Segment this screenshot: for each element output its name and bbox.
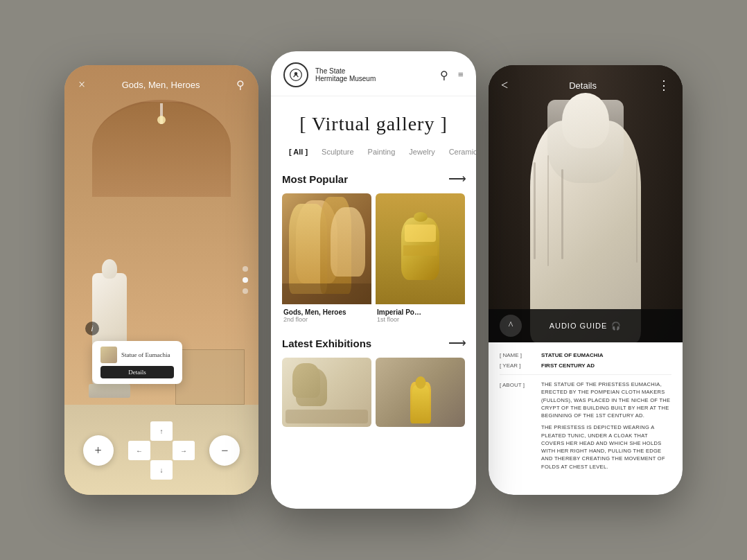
vase-img	[376, 193, 465, 304]
year-value: FIRST CENTURY AD	[541, 362, 595, 369]
audio-bar: ^ AUDIO GUIDE 🎧	[489, 309, 683, 342]
search-icon[interactable]: ⚲	[236, 78, 245, 91]
artwork-thumb-vase	[376, 193, 465, 304]
nav-dots	[243, 266, 248, 294]
name-value: STATUE OF EUMACHIA	[541, 352, 603, 358]
details-button[interactable]: Details	[100, 366, 174, 378]
details-panel: [ NAME ] STATUE OF EUMACHIA [ YEAR ] FIR…	[489, 342, 683, 495]
info-icon[interactable]: i	[85, 322, 99, 335]
menu-icon[interactable]: ≡	[458, 70, 464, 80]
about-row: [ ABOUT ] THE STATUE OF THE PRIESTESS EU…	[500, 380, 671, 471]
latest-section-header: Latest Exhibitions ⟶	[271, 333, 476, 358]
ceiling-light	[160, 103, 163, 124]
dpad: ↑ ← → ↓	[128, 421, 195, 480]
popup-header: Statue of Eumachia	[100, 347, 174, 363]
dpad-middle-row: ← →	[128, 441, 195, 460]
display-case	[175, 349, 245, 405]
statue-head	[102, 259, 117, 279]
divider	[500, 374, 671, 375]
about-text-2: THE PRIESTESS IS DEPICTED WEARING A PLEA…	[541, 423, 671, 471]
nav-dot[interactable]	[243, 266, 248, 272]
name-row: [ NAME ] STATUE OF EUMACHIA	[500, 352, 671, 358]
tab-jewelry[interactable]: Jewelry	[402, 146, 441, 157]
middle-header: The State Hermitage Museum ⚲ ≡	[271, 51, 476, 96]
name-label: [ NAME ]	[500, 352, 533, 358]
tab-ceramic[interactable]: Ceramic	[442, 146, 476, 157]
more-icon[interactable]: ⋮	[658, 78, 670, 93]
artwork-card-gmh[interactable]: Gods, Men, Heroes 2nd floor	[282, 193, 371, 324]
year-label: [ YEAR ]	[500, 362, 533, 369]
back-icon[interactable]: <	[501, 78, 508, 93]
statue-container	[489, 65, 683, 342]
gold-fig-img	[376, 358, 465, 427]
dpad-down-button[interactable]: ↓	[150, 460, 173, 480]
right-phone: ^ AUDIO GUIDE 🎧 < Details ⋮ [ NAME ] STA…	[489, 65, 683, 495]
left-phone-header: × Gods, Men, Heroes ⚲	[64, 65, 258, 100]
details-title: Details	[569, 80, 597, 91]
scroll-up-button[interactable]: ^	[500, 315, 522, 337]
latest-thumb-drawing[interactable]	[282, 358, 371, 427]
year-row: [ YEAR ] FIRST CENTURY AD	[500, 362, 671, 369]
right-bg: ^ AUDIO GUIDE 🎧 < Details ⋮ [ NAME ] STA…	[489, 65, 683, 495]
artwork-info-vase: Imperial Po… 1st floor	[376, 304, 465, 324]
nav-dot-active[interactable]	[243, 277, 248, 283]
filter-tabs: [ All ] Sculpture Painting Jewelry Ceram…	[271, 146, 476, 166]
latest-arrow[interactable]: ⟶	[448, 335, 465, 351]
svg-point-1	[295, 73, 297, 75]
most-popular-arrow[interactable]: ⟶	[448, 171, 465, 186]
zoom-out-button[interactable]: −	[209, 435, 240, 466]
tab-sculpture[interactable]: Sculpture	[315, 146, 360, 157]
search-icon[interactable]: ⚲	[440, 69, 448, 82]
left-phone: × Gods, Men, Heroes ⚲ i Statue of Eumach…	[64, 65, 258, 495]
most-popular-title: Most Popular	[282, 173, 348, 185]
artwork-card-vase[interactable]: Imperial Po… 1st floor	[376, 193, 465, 324]
artwork-floor-gmh: 2nd floor	[283, 316, 370, 323]
audio-guide-label: AUDIO GUIDE 🎧	[550, 322, 622, 331]
latest-title: Latest Exhibitions	[282, 338, 371, 349]
bottom-controls: + ↑ ← → ↓ −	[64, 421, 258, 480]
latest-thumb-gold[interactable]	[376, 358, 465, 427]
artwork-name-gmh: Gods, Men, Heroes	[283, 308, 370, 316]
about-label: [ ABOUT ]	[500, 382, 533, 471]
popup-title: Statue of Eumachia	[121, 351, 170, 358]
middle-phone: The State Hermitage Museum ⚲ ≡ [ Virtual…	[271, 51, 476, 509]
gallery-title: [ Virtual gallery ]	[271, 96, 476, 146]
drawing-img	[282, 358, 371, 427]
about-content: THE STATUE OF THE PRIESTESS EUMACHIA, ER…	[541, 380, 671, 471]
dpad-center	[150, 441, 173, 460]
info-popup: Statue of Eumachia Details	[92, 341, 182, 384]
statue-pedestal	[89, 384, 130, 398]
close-icon[interactable]: ×	[78, 78, 85, 92]
dpad-up-button[interactable]: ↑	[150, 421, 173, 441]
most-popular-section-header: Most Popular ⟶	[271, 166, 476, 193]
museum-logo-icon	[289, 68, 303, 82]
dpad-left-button[interactable]: ←	[128, 441, 150, 460]
artwork-info-gmh: Gods, Men, Heroes 2nd floor	[282, 304, 371, 324]
artwork-grid: Gods, Men, Heroes 2nd floor Imperial Po……	[271, 193, 476, 333]
artwork-thumb-gmh	[282, 193, 371, 304]
gallery-title-left: Gods, Men, Heroes	[122, 80, 200, 90]
painting-img	[282, 193, 371, 304]
museum-name: The State Hermitage Museum	[315, 67, 376, 82]
popup-thumb	[100, 347, 117, 363]
right-header: < Details ⋮	[489, 65, 683, 101]
artwork-name-vase: Imperial Po…	[377, 308, 464, 316]
latest-grid	[271, 358, 476, 427]
tab-all[interactable]: [ All ]	[282, 146, 315, 157]
headphones-icon: 🎧	[611, 322, 622, 331]
vase-shape	[401, 218, 439, 280]
nav-dot[interactable]	[243, 288, 248, 294]
artwork-floor-vase: 1st floor	[377, 316, 464, 323]
header-icons: ⚲ ≡	[440, 69, 464, 82]
tab-painting[interactable]: Painting	[361, 146, 403, 157]
about-text-1: THE STATUE OF THE PRIESTESS EUMACHIA, ER…	[541, 380, 671, 419]
museum-logo-area: The State Hermitage Museum	[283, 62, 376, 87]
museum-logo	[283, 62, 308, 87]
zoom-in-button[interactable]: +	[83, 435, 114, 466]
dpad-right-button[interactable]: →	[173, 441, 195, 460]
